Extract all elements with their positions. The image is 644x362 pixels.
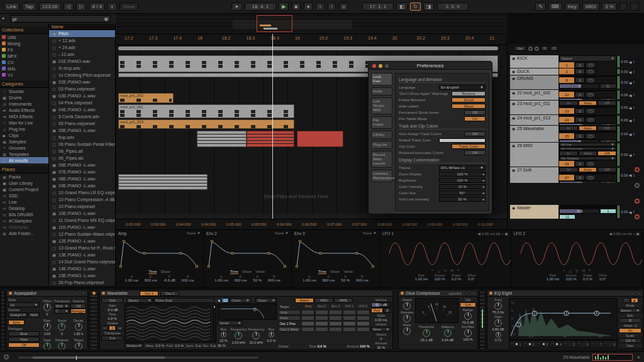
midi-map-button[interactable]: MIDI [582,3,599,11]
range-knob[interactable] [464,312,472,320]
unison-select[interactable]: None▼ [371,327,391,332]
lfo-shape-icon[interactable]: △ [569,268,572,273]
filter-routing-select[interactable]: Serial▼ [218,321,243,326]
steps-knob[interactable] [58,323,65,331]
pref-slider-zoom-display[interactable]: 120 %◀ [439,172,486,177]
matrix-cell[interactable] [329,327,342,332]
param-s[interactable]: S-6.6 dB [163,275,175,282]
sidebar-item-samples[interactable]: ▤Samples [0,138,48,145]
stop-all-clips-icon[interactable] [635,167,640,172]
pan-control[interactable]: C [600,98,616,100]
transpose-select[interactable]: Shift▼ [54,304,70,309]
param-offset[interactable]: Offset0.0° [599,273,607,281]
solo-button[interactable]: S [575,92,585,97]
draw-mode-button[interactable]: ✎ [535,3,546,11]
track-row-duck[interactable]: ◉DUCK2S◯0.00◀ [510,69,636,75]
set-button[interactable]: Set [514,46,526,51]
param-s[interactable]: S50 % [341,275,350,282]
lfo-sync-controls[interactable]: ◀ 0.00 ms Hz ♪ ▣ [609,231,640,236]
file-item-12-piano-sustain-wave-vstpreset[interactable]: ▢12 Piano Sustain Wave.vstpreset [49,231,116,238]
pref-button-hide-labels[interactable]: Show [452,104,486,109]
param-a[interactable]: A1.00 ms [214,275,228,282]
file-item-06-pipes-aif[interactable]: ◰06_Pipes.aif [49,148,116,155]
poly-button[interactable]: Poly [371,308,383,313]
arm-button[interactable]: ◯ [586,108,596,114]
track-activator[interactable]: 26 [559,161,574,167]
track-title[interactable]: ◉27 Drift [510,167,558,183]
marker-circle-2[interactable] [535,47,539,51]
routing-select[interactable]: No Output▼ [559,156,616,160]
tab-osc1[interactable]: Osc 1 [140,291,158,296]
param-shape[interactable]: Shape0.0 % [583,273,592,281]
param-offset[interactable]: Offset0.0° [467,273,475,281]
clip-drift[interactable] [118,174,208,190]
solo-button[interactable]: S [575,77,585,83]
eq8-header[interactable]: EQ Eight [487,290,643,297]
freq-knob[interactable] [494,302,502,310]
file-item-08e-piano-l-wav[interactable]: ▦08E.PIANO -L.wav [49,175,116,182]
param-d[interactable]: D600 ms [235,275,247,282]
track-title[interactable]: ◉DRUMS [510,75,558,89]
track-row-25-wavetable[interactable]: ◉25 WavetableInAutoOffMaster▼25S◯0C-inf-… [510,126,636,142]
adaptq-button[interactable]: On [619,328,641,333]
band-on-checkbox[interactable] [555,343,558,346]
track-activator[interactable]: 23 [559,108,574,114]
filter1-type-select[interactable]: Clean▼ [230,298,251,303]
rate-knob[interactable] [43,323,51,331]
warning-triangle-icon[interactable]: ▲ [636,354,641,359]
tab-osc2[interactable]: Osc 2 [160,291,179,296]
param-amount[interactable]: Amount100 % [565,273,576,281]
lfo-shape-icon[interactable]: ▽ [575,268,579,273]
file-item-24-adv[interactable]: ▢+ 24.adv [49,44,116,51]
octave-0[interactable]: 0 [109,326,116,331]
key-select[interactable]: C▼ [54,309,70,314]
track-title[interactable]: ◉25 Wavetable [510,126,558,142]
env-tab-time[interactable]: Time [318,270,326,274]
mod-source-select[interactable]: None ▼ [363,231,377,236]
device-on-icon[interactable] [401,292,404,295]
wavetable-position-slider[interactable] [213,304,216,343]
monitor-off[interactable]: Off [597,101,616,106]
computer-midi-keyboard-button[interactable]: ⌨ [548,3,562,11]
monitor-off[interactable]: Off [597,151,616,156]
groove-select[interactable]: Straight▼ [8,312,28,317]
sidebar-item-sounds[interactable]: ♪Sounds [0,88,48,94]
sidebar-item-ssd[interactable]: ▭SSD [0,192,48,199]
matrix-cell[interactable] [301,315,314,321]
track-row-kick[interactable]: ◉KICKMaster▼1S◯0.00◀ [510,55,636,68]
matrix-cell[interactable] [315,315,328,321]
overdub-button[interactable]: + [316,3,325,11]
next-table-icon[interactable]: › [215,299,216,302]
pref-select-theme[interactable]: DFL BFlare v1▼ [439,165,486,170]
matrix-cell[interactable] [301,310,314,315]
param-r[interactable]: R600 ms [268,275,280,282]
env-tab-slope[interactable]: Slope [242,270,252,274]
file-item-11e-piano-l-wav[interactable]: ▦11E.PIANO -L.wav [49,224,116,231]
pref-tab-audio[interactable]: Audio [371,87,392,96]
lfo-shape-icon[interactable]: ▽ [444,268,447,273]
pref-button-permanent-scrub-areas[interactable]: Off [464,110,486,115]
file-item-0i-drop-adv[interactable]: ▢0i drop.adv [49,65,116,72]
retrigger-beat-button[interactable]: Beat [8,331,40,336]
solo-button[interactable]: S [575,69,585,74]
param-d[interactable]: D800 ms [323,275,335,282]
pref-button-follow-behavior[interactable]: Scroll [452,97,486,102]
track-activator[interactable]: 2 [559,69,574,74]
arm-button[interactable]: ◯ [586,133,596,139]
stop-button[interactable]: ■ [292,3,301,11]
envelope-curve[interactable] [116,237,203,270]
routing-select[interactable]: Master▼ [559,106,616,107]
octave-down[interactable]: - [101,326,108,331]
arm-button[interactable]: ◯ [586,77,596,83]
pref-tab-library[interactable]: Library [371,131,392,139]
sidebar-item-templates[interactable]: ▥Templates [0,151,48,157]
param-rate[interactable]: Rate1.00 Hz [415,273,428,281]
scale-field[interactable]: 100 % [619,338,641,343]
env-tab-time[interactable]: Time [230,270,238,274]
monitor-auto[interactable]: Auto [579,151,597,156]
wavetable-name-select[interactable]: Pulse Dual [153,298,214,303]
tempo-field[interactable]: 123.00 [39,3,60,11]
device-drop-strip[interactable] [1,290,5,350]
param-rate[interactable]: Rate1.00 Hz [547,273,560,281]
track-activator[interactable]: 25 [559,133,574,139]
